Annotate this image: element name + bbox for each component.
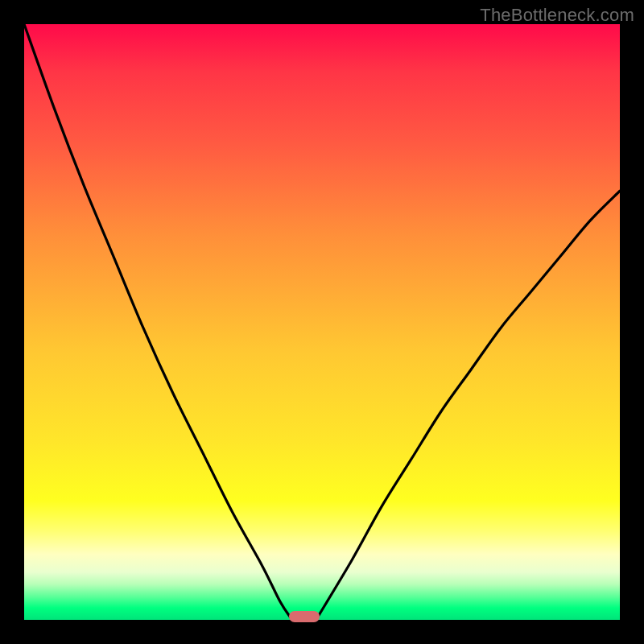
curve-right-segment [316, 191, 620, 620]
watermark-text: TheBottleneck.com [480, 5, 634, 26]
chart-area [24, 24, 620, 620]
bottleneck-curve [24, 24, 620, 620]
min-marker [289, 611, 320, 622]
curve-left-segment [24, 24, 292, 620]
